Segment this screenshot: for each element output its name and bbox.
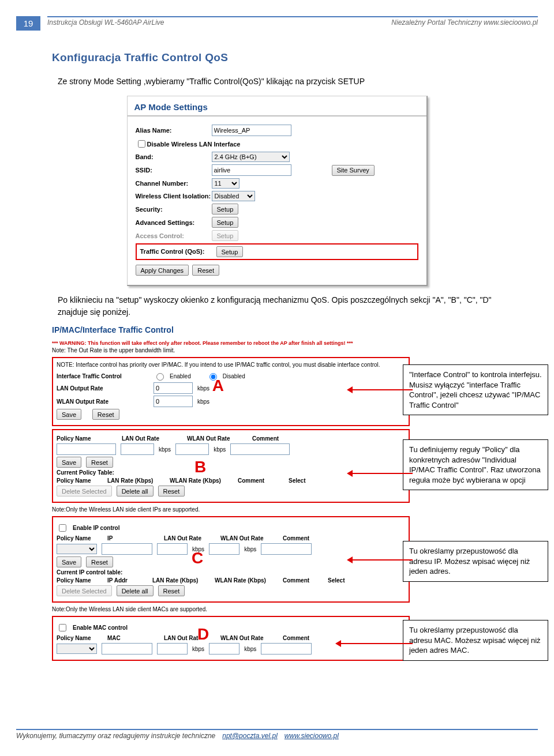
channel-select[interactable]: 11 [212, 178, 239, 189]
traffic-setup-button[interactable]: Setup [216, 246, 244, 257]
tc-title: IP/MAC/Interface Traffic Control [52, 323, 410, 337]
traffic-control-panel: IP/MAC/Interface Traffic Control *** WAR… [52, 323, 410, 661]
save-b-button[interactable]: Save [57, 457, 81, 468]
letter-c: C [192, 549, 203, 567]
alias-label: Alias Name: [136, 127, 212, 134]
header-line: Instrukcja Obsługi WL-5460AP AirLive Nie… [47, 16, 538, 27]
note-a: NOTE: Interface control has priority ove… [57, 362, 405, 368]
delete-all-b[interactable]: Delete all [117, 486, 154, 497]
footer: Wykonujemy, tłumaczymy oraz redagujemy i… [16, 729, 538, 740]
letter-d: D [197, 625, 209, 644]
arrow-c [349, 559, 413, 561]
isolation-select[interactable]: Disabled [212, 191, 255, 201]
annotation-d: Tu określamy przepustowość dla adresu MA… [403, 620, 548, 661]
comment-c-input[interactable] [261, 543, 312, 555]
current-ip-label: Current IP control table: [57, 569, 405, 576]
footer-text: Wykonujemy, tłumaczymy oraz redagujemy i… [16, 732, 215, 740]
band-select[interactable]: 2.4 GHz (B+G) [212, 152, 290, 162]
reset-c2-button[interactable]: Reset [158, 585, 185, 596]
section-heading: Konfiguracja Traffic Control QoS [52, 51, 554, 64]
save-a-button[interactable]: Save [57, 409, 81, 420]
lan-d-input[interactable] [157, 643, 188, 655]
traffic-control-label: Traffic Control (QoS): [140, 248, 216, 255]
section-b: Policy NameLAN Out RateWLAN Out RateComm… [52, 429, 410, 503]
lan-rate-input[interactable] [154, 382, 193, 394]
security-setup-button[interactable]: Setup [212, 204, 239, 215]
enable-mac-checkbox[interactable] [59, 624, 66, 631]
traffic-control-highlight: Traffic Control (QoS):Setup [136, 243, 418, 260]
ap-mode-panel: AP Mode Settings Alias Name: Disable Wir… [127, 96, 428, 286]
access-ctrl-label: Access Control: [136, 232, 212, 239]
lan-rate-label: LAN Output Rate [57, 385, 149, 392]
channel-label: Channel Number: [136, 180, 212, 187]
wlan-rate-input[interactable] [154, 396, 193, 407]
disable-wlan-checkbox[interactable] [138, 140, 145, 148]
section-d: Enable MAC control Policy NameMACLAN Out… [52, 616, 410, 661]
page-number: 19 [16, 16, 40, 31]
header: 19 Instrukcja Obsługi WL-5460AP AirLive … [0, 0, 554, 31]
delete-all-c[interactable]: Delete all [117, 585, 154, 596]
letter-b: B [194, 458, 206, 476]
apply-button[interactable]: Apply Changes [136, 265, 189, 276]
after-text: Po kliknieciu na "setup" wyskoczy okienk… [0, 294, 554, 318]
reset-b-button[interactable]: Reset [86, 457, 113, 468]
annotation-c: Tu określamy przepustowość dla adresu IP… [403, 541, 548, 582]
itc-label: Interface Traffic Control [57, 373, 149, 379]
policy-select-c[interactable] [57, 544, 97, 554]
access-setup-button[interactable]: Setup [212, 230, 239, 241]
isolation-label: Wireless Client Isolation: [136, 193, 212, 200]
enabled-label: Enabled [170, 373, 191, 379]
letter-a: A [212, 377, 224, 395]
site-survey-button[interactable]: Site Survey [332, 165, 375, 176]
panel-title: AP Mode Settings [128, 96, 426, 116]
warning-text: *** WARNING: This function will take eff… [52, 340, 410, 346]
panel-body: Alias Name: Disable Wireless LAN Interfa… [128, 116, 426, 285]
reset-a-button[interactable]: Reset [92, 409, 119, 420]
alias-input[interactable] [212, 125, 291, 136]
advanced-setup-button[interactable]: Setup [212, 217, 239, 228]
ssid-label: SSID: [136, 167, 212, 174]
reset-b2-button[interactable]: Reset [158, 486, 185, 497]
advanced-label: Advanced Settings: [136, 219, 212, 226]
delete-selected-b[interactable]: Delete Selected [57, 486, 112, 497]
header-left: Instrukcja Obsługi WL-5460AP AirLive [47, 18, 164, 27]
enable-ip-label: Enable IP control [73, 525, 120, 531]
enable-mac-label: Enable MAC control [73, 625, 128, 631]
ip-input[interactable] [102, 543, 152, 555]
ssid-input[interactable] [212, 164, 291, 176]
note-outrate: Note: The Out Rate is the upper bandwidt… [52, 347, 410, 353]
wlan-d-input[interactable] [209, 643, 239, 655]
save-c-button[interactable]: Save [57, 556, 81, 567]
lan-out-input-b[interactable] [121, 443, 154, 455]
mac-input[interactable] [102, 643, 152, 655]
wlan-c-input[interactable] [209, 543, 239, 555]
comment-input-b[interactable] [230, 443, 290, 455]
enable-ip-checkbox[interactable] [59, 524, 66, 532]
document-page: 19 Instrukcja Obsługi WL-5460AP AirLive … [0, 0, 554, 756]
intro-text: Ze strony Mode Setting ,wybieramy "Traff… [0, 76, 554, 88]
arrow-a [349, 389, 413, 390]
section-a: NOTE: Interface control has priority ove… [52, 357, 410, 426]
disabled-label: Disabled [223, 373, 245, 379]
annotation-a: "Interface Control" to kontrola interfej… [403, 364, 548, 415]
lan-c-input[interactable] [157, 543, 188, 555]
security-label: Security: [136, 206, 212, 213]
enabled-radio[interactable] [156, 373, 164, 381]
header-right: Niezależny Portal Techniczny www.siecioo… [391, 18, 538, 27]
arrow-d [338, 643, 413, 644]
arrow-b [349, 473, 413, 474]
wlan-out-input-b[interactable] [175, 443, 209, 455]
wlan-rate-label: WLAN Output Rate [57, 398, 149, 405]
policy-select-d[interactable] [57, 644, 97, 654]
comment-d-input[interactable] [261, 643, 312, 655]
note-d: Note:Only the Wireless LAN side client M… [52, 606, 410, 612]
reset-c-button[interactable]: Reset [86, 556, 113, 567]
disable-wlan-label: Disable Wireless LAN Interface [147, 141, 241, 148]
policy-name-input[interactable] [57, 443, 116, 455]
delete-selected-c[interactable]: Delete Selected [57, 585, 112, 596]
reset-button[interactable]: Reset [192, 265, 219, 276]
band-label: Band: [136, 153, 212, 160]
footer-email[interactable]: npt@poczta.vel.pl [222, 732, 278, 740]
footer-url[interactable]: www.siecioowo.pl [285, 732, 339, 740]
note-c: Note:Only the Wireless LAN side client I… [52, 506, 410, 513]
